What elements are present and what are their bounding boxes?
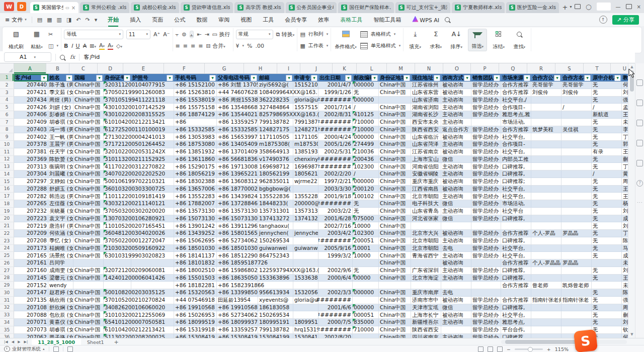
sheet-tab-11_28_5_1000[interactable]: 11_28_5_1000 (32, 338, 81, 345)
cell[interactable]: 835000 (353, 319, 379, 326)
cell[interactable]: 上海市长宁 (411, 311, 441, 319)
cell[interactable] (531, 200, 561, 208)
cell[interactable]: +86 1533258500 (217, 126, 258, 134)
cell[interactable]: 207062 (14, 334, 48, 338)
cell[interactable]: China中国 (73, 178, 104, 186)
cell[interactable] (353, 334, 379, 338)
cell[interactable]: 000000 (353, 304, 379, 312)
cell[interactable]: China中国 (73, 237, 104, 245)
cell[interactable] (531, 245, 561, 252)
cell[interactable]: 108409964XXX@163. (258, 89, 293, 97)
cell[interactable]: 2002/5/31 (318, 148, 353, 156)
cell[interactable]: China中国 (379, 119, 411, 126)
column-letter-Q[interactable]: Q (499, 63, 527, 73)
cell[interactable]: 2005/9/16 (318, 245, 353, 252)
cell[interactable]: 10001 (353, 245, 379, 252)
column-letter-B[interactable]: B (46, 63, 69, 73)
cell[interactable]: 主动咨询 (441, 170, 471, 178)
cell[interactable]: China中国 (379, 326, 411, 334)
cell[interactable]: 153084199 (258, 334, 293, 338)
column-letter-O[interactable]: O (443, 63, 471, 73)
cell[interactable]: ######## (318, 311, 353, 319)
cell[interactable]: China中国 (379, 81, 411, 89)
cell[interactable]: China中国 (73, 81, 104, 89)
cell[interactable]: 无 (353, 208, 379, 215)
cell[interactable]: 153363896 (258, 275, 293, 282)
filter-dropdown-button[interactable]: ▼ (96, 75, 103, 81)
cell[interactable] (131, 259, 174, 267)
cell[interactable]: 340826200106060020 (104, 304, 131, 312)
cell[interactable]: 合作项目- (501, 104, 531, 111)
cell[interactable]: China中国 (379, 267, 411, 275)
cell[interactable]: 135731301 (258, 208, 293, 215)
cell[interactable]: 合作方推荐 (501, 230, 531, 237)
cell[interactable]: 130703200106280921 (104, 215, 131, 223)
cell[interactable]: China中国 (379, 215, 411, 223)
cell[interactable]: +86 18182281 (174, 282, 217, 289)
cell[interactable] (561, 267, 592, 275)
row-number[interactable]: 5 (0, 104, 14, 111)
cell[interactable]: 周煜 (男) (48, 97, 73, 104)
column-letter-D[interactable]: D (98, 63, 123, 73)
cell[interactable]: 2005/1/26 (318, 141, 353, 148)
cell[interactable]: China中国 (73, 89, 104, 97)
avatar[interactable] (597, 3, 611, 11)
cell[interactable]: 207426 (14, 104, 48, 111)
filter-dropdown-button[interactable]: ▼ (209, 75, 216, 81)
cell[interactable] (561, 148, 592, 156)
row-number[interactable]: 21 (0, 222, 14, 230)
cell[interactable]: 无 (592, 81, 622, 89)
cell[interactable]: China中国 (379, 311, 411, 319)
cell[interactable]: 山东省东营 (411, 89, 441, 97)
cell[interactable] (411, 282, 441, 289)
column-letter-R[interactable]: R (527, 63, 555, 73)
cell[interactable]: +86 15332585 (174, 126, 217, 134)
cell[interactable]: 150269534 (258, 237, 293, 245)
cell[interactable]: 社交平台,/ (501, 97, 531, 104)
cell[interactable]: 留学总经办 (471, 304, 501, 312)
row-number[interactable]: 10 (0, 141, 14, 148)
cell[interactable]: 陕西省西安 (411, 326, 441, 334)
column-header-cell[interactable]: 教育顾问▼ (622, 74, 628, 81)
cell[interactable]: China中国 (379, 245, 411, 252)
cell[interactable]: 袁文宇 (女 (48, 215, 73, 223)
cell[interactable]: 留学总经办 (471, 81, 501, 89)
cell[interactable] (531, 237, 561, 245)
cell[interactable]: 济南市市中 (411, 297, 441, 304)
filter-dropdown-button[interactable]: ▼ (371, 75, 378, 81)
cell[interactable]: China中国 (73, 326, 104, 334)
column-header-cell[interactable]: 父母电话号码▼ (217, 74, 258, 81)
sheet-nav-button-3[interactable]: ▶| (24, 340, 28, 344)
cell[interactable]: 207209 (14, 230, 48, 237)
cell[interactable]: 留学总经办 (471, 252, 501, 259)
cell[interactable] (318, 282, 353, 289)
column-letter-E[interactable]: E (123, 63, 164, 73)
cell[interactable]: 季文茹 (女 (48, 89, 73, 97)
cell[interactable]: 155751588 (293, 104, 318, 111)
cell[interactable]: China中国 (73, 163, 104, 170)
cell[interactable]: 主动咨询 (441, 97, 471, 104)
cell[interactable]: 未分配 (622, 282, 628, 289)
decimal-button[interactable]: .00 (255, 43, 264, 49)
cell[interactable] (561, 97, 592, 104)
cell[interactable]: 32010220020531242X (104, 148, 131, 156)
cell[interactable]: 王丽淋 (622, 148, 628, 156)
cell[interactable]: 无 (353, 267, 379, 275)
cell[interactable] (104, 259, 131, 267)
cell[interactable] (471, 259, 501, 267)
cell[interactable] (73, 282, 104, 289)
row-number[interactable]: 30 (0, 289, 14, 297)
column-letter-I[interactable]: I (277, 63, 300, 73)
fx-icon[interactable]: fx (70, 54, 75, 60)
cell[interactable]: 留学总经办 (471, 193, 501, 200)
cell[interactable] (531, 215, 561, 223)
cell[interactable]: 2000/6/4 (318, 275, 353, 282)
cell[interactable]: 陈子逸 (男 (48, 81, 73, 89)
cell[interactable] (531, 186, 561, 193)
convert-button[interactable]: ⧉ 转换▾ (276, 31, 295, 38)
cell[interactable]: +86 15319918 (174, 326, 217, 334)
cell[interactable]: China中国 (379, 289, 411, 297)
cell[interactable] (561, 289, 592, 297)
row-number[interactable]: 18 (0, 200, 14, 208)
row-number[interactable]: 36 (0, 334, 14, 338)
